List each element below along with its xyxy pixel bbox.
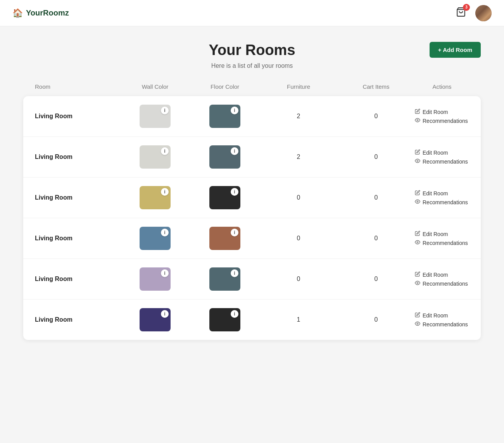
wall-color-swatch[interactable]: i — [140, 267, 171, 291]
wall-color-cell: i — [120, 267, 190, 291]
recommendations-label: Recommendations — [423, 118, 468, 124]
col-wall-color: Wall Color — [120, 83, 190, 90]
floor-color-swatch[interactable]: i — [209, 267, 240, 291]
actions-cell: Edit Room Recommendations — [415, 109, 469, 124]
room-name: Living Room — [35, 316, 120, 323]
navbar-right: 3 — [454, 5, 492, 21]
floor-color-info-button[interactable]: i — [231, 229, 238, 236]
floor-color-swatch[interactable]: i — [209, 105, 240, 128]
cart-items-count: 0 — [337, 235, 415, 242]
cart-items-count: 0 — [337, 194, 415, 201]
room-name: Living Room — [35, 194, 120, 201]
edit-room-label: Edit Room — [423, 150, 448, 156]
cart-button[interactable]: 3 — [454, 5, 468, 21]
edit-room-label: Edit Room — [423, 190, 448, 197]
edit-icon — [415, 109, 420, 115]
wall-color-info-button[interactable]: i — [161, 188, 169, 196]
cart-items-count: 0 — [337, 113, 415, 120]
floor-color-cell: i — [190, 267, 260, 291]
recommendations-label: Recommendations — [423, 199, 468, 205]
cart-items-count: 0 — [337, 153, 415, 160]
wall-color-swatch[interactable]: i — [140, 145, 171, 169]
floor-color-info-button[interactable]: i — [231, 107, 238, 114]
col-furniture: Furniture — [260, 83, 337, 90]
recommendations-button[interactable]: Recommendations — [415, 321, 469, 328]
wall-color-info-button[interactable]: i — [161, 107, 169, 114]
rooms-table: Living Room i i 2 0 Edit Room — [23, 96, 481, 340]
brand-logo[interactable]: 🏠 YourRoomz — [12, 8, 69, 18]
wall-color-info-button[interactable]: i — [161, 310, 169, 318]
actions-cell: Edit Room Recommendations — [415, 271, 469, 287]
avatar-image — [475, 5, 492, 21]
recommendations-button[interactable]: Recommendations — [415, 199, 469, 205]
table-row: Living Room i i 2 0 Edit Room — [23, 137, 481, 178]
floor-color-swatch[interactable]: i — [209, 308, 240, 331]
eye-icon — [415, 158, 420, 165]
wall-color-info-button[interactable]: i — [161, 229, 169, 236]
room-name: Living Room — [35, 153, 120, 160]
brand-name: YourRoomz — [26, 9, 69, 17]
floor-color-cell: i — [190, 186, 260, 209]
edit-room-button[interactable]: Edit Room — [415, 231, 469, 237]
recommendations-button[interactable]: Recommendations — [415, 158, 469, 165]
edit-room-button[interactable]: Edit Room — [415, 190, 469, 197]
avatar[interactable] — [475, 5, 492, 21]
room-name: Living Room — [35, 235, 120, 242]
wall-color-swatch[interactable]: i — [140, 227, 171, 250]
edit-icon — [415, 149, 420, 156]
svg-point-5 — [417, 282, 418, 284]
add-room-button[interactable]: + Add Room — [430, 42, 481, 58]
wall-color-swatch[interactable]: i — [140, 105, 171, 128]
furniture-count: 0 — [260, 194, 337, 201]
furniture-count: 1 — [260, 316, 337, 323]
svg-point-3 — [417, 201, 418, 202]
main-content: + Add Room Your Rooms Here is a list of … — [0, 26, 504, 355]
table-row: Living Room i i 0 0 Edit Room — [23, 218, 481, 259]
eye-icon — [415, 240, 420, 246]
edit-room-label: Edit Room — [423, 312, 448, 319]
edit-icon — [415, 271, 420, 278]
edit-icon — [415, 190, 420, 197]
furniture-count: 2 — [260, 113, 337, 120]
edit-room-button[interactable]: Edit Room — [415, 149, 469, 156]
recommendations-label: Recommendations — [423, 281, 468, 287]
page-subtitle: Here is a list of all your rooms — [23, 62, 481, 69]
floor-color-cell: i — [190, 145, 260, 169]
floor-color-info-button[interactable]: i — [231, 188, 238, 196]
floor-color-swatch[interactable]: i — [209, 145, 240, 169]
floor-color-swatch[interactable]: i — [209, 227, 240, 250]
eye-icon — [415, 117, 420, 124]
cart-items-count: 0 — [337, 276, 415, 283]
edit-room-button[interactable]: Edit Room — [415, 109, 469, 115]
recommendations-button[interactable]: Recommendations — [415, 240, 469, 246]
room-name: Living Room — [35, 276, 120, 283]
cart-badge: 3 — [463, 4, 470, 11]
recommendations-button[interactable]: Recommendations — [415, 280, 469, 287]
wall-color-cell: i — [120, 227, 190, 250]
floor-color-info-button[interactable]: i — [231, 310, 238, 318]
table-row: Living Room i i 2 0 Edit Room — [23, 96, 481, 137]
wall-color-info-button[interactable]: i — [161, 269, 169, 277]
floor-color-info-button[interactable]: i — [231, 147, 238, 155]
svg-point-1 — [417, 119, 418, 121]
wall-color-swatch[interactable]: i — [140, 186, 171, 209]
floor-color-info-button[interactable]: i — [231, 269, 238, 277]
furniture-count: 0 — [260, 235, 337, 242]
floor-color-swatch[interactable]: i — [209, 186, 240, 209]
wall-color-cell: i — [120, 308, 190, 331]
edit-room-button[interactable]: Edit Room — [415, 312, 469, 319]
recommendations-button[interactable]: Recommendations — [415, 117, 469, 124]
page-title: Your Rooms — [23, 42, 481, 59]
actions-cell: Edit Room Recommendations — [415, 149, 469, 165]
edit-room-button[interactable]: Edit Room — [415, 271, 469, 278]
floor-color-cell: i — [190, 105, 260, 128]
furniture-count: 2 — [260, 153, 337, 160]
svg-point-6 — [417, 323, 418, 324]
cart-items-count: 0 — [337, 316, 415, 323]
table-row: Living Room i i 1 0 Edit Room — [23, 300, 481, 340]
wall-color-swatch[interactable]: i — [140, 308, 171, 331]
wall-color-info-button[interactable]: i — [161, 147, 169, 155]
navbar: 🏠 YourRoomz 3 — [0, 0, 504, 26]
room-name: Living Room — [35, 113, 120, 120]
wall-color-cell: i — [120, 186, 190, 209]
